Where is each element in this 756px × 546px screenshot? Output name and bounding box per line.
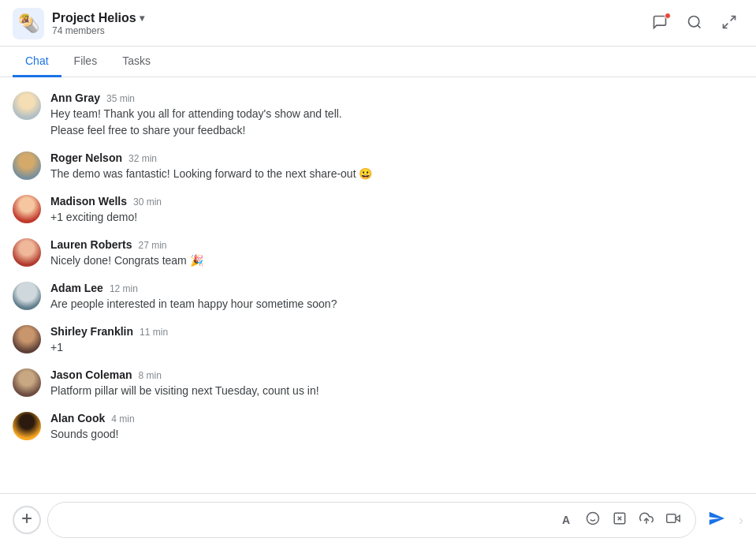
message-content: Shirley Franklin11 min+1 — [50, 325, 743, 356]
message-header: Ann Gray35 min — [50, 92, 743, 104]
message-input-wrapper: A — [47, 502, 696, 538]
message-row: RNRoger Nelson32 minThe demo was fantast… — [13, 147, 743, 187]
toolbar-icons: A — [553, 507, 686, 533]
message-text: +1 exciting demo! — [50, 209, 743, 226]
upload-button[interactable] — [634, 507, 659, 533]
format-text-button[interactable]: A — [553, 507, 579, 533]
message-header: Shirley Franklin11 min — [50, 325, 743, 338]
bottom-bar: A — [0, 493, 756, 546]
svg-point-6 — [587, 513, 599, 525]
message-row: JCJason Coleman8 minPlatform pillar will… — [13, 364, 743, 404]
emoji-icon — [586, 511, 600, 529]
message-timestamp: 32 min — [128, 153, 157, 164]
add-button[interactable] — [13, 506, 41, 534]
message-row: SFShirley Franklin11 min+1 — [13, 320, 743, 361]
avatar: RN — [13, 151, 41, 180]
message-text: Nicely done! Congrats team 🎉 — [50, 252, 743, 269]
attach-icon — [613, 511, 627, 529]
svg-marker-13 — [676, 515, 680, 522]
message-row: ALAdam Lee12 minAre people interested in… — [13, 277, 743, 317]
header-actions — [646, 9, 743, 38]
message-timestamp: 30 min — [133, 196, 162, 208]
message-text: Hey team! Thank you all for attending to… — [50, 106, 743, 139]
message-header: Madison Wells30 min — [50, 195, 743, 208]
message-timestamp: 27 min — [138, 240, 166, 251]
notification-badge — [665, 13, 671, 19]
message-input[interactable] — [58, 514, 550, 526]
avatar: AG — [13, 92, 41, 120]
send-icon — [708, 510, 725, 531]
avatar: SF — [13, 325, 41, 353]
message-timestamp: 4 min — [111, 413, 134, 424]
message-row: LRLauren Roberts27 minNicely done! Congr… — [13, 234, 743, 274]
header-left: 🌯 Project Helios ▾ 74 members — [13, 8, 144, 39]
tab-chat[interactable]: Chat — [13, 47, 61, 77]
nav-arrow[interactable]: › — [739, 512, 743, 529]
message-header: Adam Lee12 min — [50, 282, 743, 294]
header-title-block: Project Helios ▾ 74 members — [52, 11, 144, 36]
avatar: MW — [13, 195, 41, 223]
messages-area: AGAnn Gray35 minHey team! Thank you all … — [0, 77, 756, 493]
avatar: AC — [13, 412, 41, 440]
svg-line-1 — [698, 24, 701, 28]
message-text: Are people interested in team happy hour… — [50, 296, 743, 312]
message-text: Sounds good! — [50, 426, 743, 443]
avatar: JC — [13, 368, 41, 397]
message-text: +1 — [50, 339, 743, 356]
member-count: 74 members — [52, 25, 144, 36]
message-header: Lauren Roberts27 min — [50, 238, 743, 251]
message-sender-name: Shirley Franklin — [50, 325, 133, 338]
tab-files[interactable]: Files — [61, 47, 110, 77]
expand-button[interactable] — [715, 9, 743, 38]
message-sender-name: Lauren Roberts — [50, 238, 132, 251]
emoji-button[interactable] — [580, 507, 605, 533]
header-title[interactable]: Project Helios ▾ — [52, 11, 144, 25]
message-content: Roger Nelson32 minThe demo was fantastic… — [50, 151, 743, 182]
svg-line-3 — [724, 23, 728, 28]
message-content: Lauren Roberts27 minNicely done! Congrat… — [50, 238, 743, 269]
attach-button[interactable] — [607, 507, 632, 533]
message-header: Roger Nelson32 min — [50, 151, 743, 164]
svg-point-0 — [689, 16, 699, 26]
header: 🌯 Project Helios ▾ 74 members — [0, 0, 756, 47]
tabs: Chat Files Tasks — [0, 47, 756, 77]
upload-icon — [639, 511, 654, 529]
message-sender-name: Alan Cook — [50, 412, 105, 424]
svg-rect-14 — [667, 514, 676, 523]
message-row: MWMadison Wells30 min+1 exciting demo! — [13, 190, 743, 230]
message-content: Jason Coleman8 minPlatform pillar will b… — [50, 368, 743, 399]
plus-icon — [19, 510, 35, 530]
message-sender-name: Roger Nelson — [50, 151, 122, 164]
chat-icon-button[interactable] — [646, 9, 674, 38]
format-text-icon: A — [562, 514, 570, 526]
message-timestamp: 12 min — [110, 283, 138, 294]
message-sender-name: Adam Lee — [50, 282, 103, 294]
send-button[interactable] — [702, 506, 731, 534]
message-text: The demo was fantastic! Looking forward … — [50, 166, 743, 182]
avatar: AL — [13, 282, 41, 310]
message-sender-name: Ann Gray — [50, 92, 100, 104]
video-button[interactable] — [661, 507, 686, 533]
message-timestamp: 11 min — [140, 327, 168, 338]
message-row: ACAlan Cook4 minSounds good! — [13, 407, 743, 447]
message-timestamp: 8 min — [138, 370, 161, 381]
message-sender-name: Jason Coleman — [50, 368, 132, 381]
message-timestamp: 35 min — [106, 93, 135, 104]
project-name: Project Helios — [52, 11, 136, 25]
expand-icon — [721, 14, 737, 34]
message-header: Jason Coleman8 min — [50, 368, 743, 381]
message-content: Alan Cook4 minSounds good! — [50, 412, 743, 443]
app-icon: 🌯 — [13, 8, 44, 39]
video-icon — [666, 511, 680, 529]
message-content: Adam Lee12 minAre people interested in t… — [50, 282, 743, 312]
dropdown-icon[interactable]: ▾ — [140, 13, 144, 24]
svg-line-2 — [731, 16, 736, 21]
search-button[interactable] — [680, 9, 709, 38]
search-icon — [687, 14, 702, 34]
tab-tasks[interactable]: Tasks — [110, 47, 163, 77]
message-sender-name: Madison Wells — [50, 195, 127, 208]
message-header: Alan Cook4 min — [50, 412, 743, 424]
avatar: LR — [13, 238, 41, 267]
message-content: Ann Gray35 minHey team! Thank you all fo… — [50, 92, 743, 139]
message-text: Platform pillar will be visiting next Tu… — [50, 383, 743, 399]
